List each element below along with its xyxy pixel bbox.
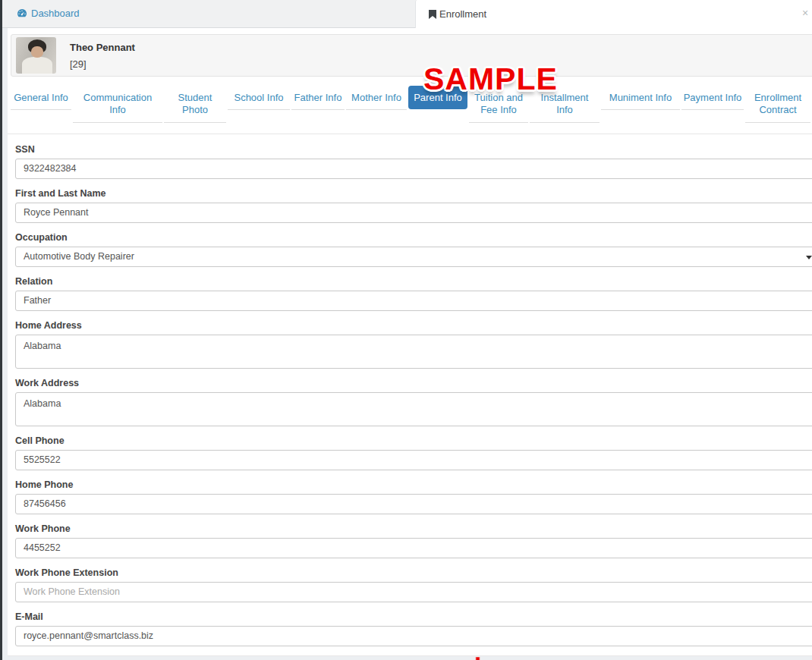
enrollment-tab-label: Enrollment — [439, 8, 486, 20]
cell-phone-label: Cell Phone — [15, 435, 812, 446]
work-phone-label: Work Phone — [15, 523, 812, 534]
occupation-label: Occupation — [15, 232, 812, 243]
email-field[interactable] — [15, 626, 812, 646]
home-phone-label: Home Phone — [15, 479, 812, 490]
tab-mother-info[interactable]: Mother Info — [346, 86, 407, 110]
caret-down-icon — [806, 256, 812, 259]
tab-father-info[interactable]: Father Info — [291, 86, 345, 110]
first-last-name-label: First and Last Name — [15, 188, 812, 199]
occupation-select[interactable]: Automotive Body Repairer — [15, 247, 812, 267]
tab-enrollment-contract[interactable]: Enrollment Contract — [745, 86, 810, 123]
tab-general-info[interactable]: General Info — [11, 86, 71, 110]
email-label: E-Mail — [15, 611, 812, 622]
form-footer: Fetch from Mother Info Fetch from Father… — [8, 655, 812, 660]
red-pointer-arrow — [471, 657, 484, 660]
tab-payment-info[interactable]: Payment Info — [681, 86, 744, 110]
collapsed-sidebar — [0, 0, 2, 660]
student-name: Theo Pennant — [70, 42, 135, 53]
ssn-label: SSN — [15, 144, 812, 155]
cell-phone-field[interactable] — [15, 450, 812, 470]
parent-info-form: SSN First and Last Name Occupation Autom… — [8, 134, 812, 646]
student-id: [29] — [70, 58, 135, 70]
work-address-label: Work Address — [15, 378, 812, 388]
enrollment-tab[interactable]: Enrollment × — [415, 0, 812, 28]
tab-muniment-info[interactable]: Muniment Info — [601, 86, 680, 110]
dashboard-gauge-icon — [17, 8, 27, 18]
occupation-selected-value: Automotive Body Repairer — [24, 251, 134, 262]
work-phone-field[interactable] — [15, 538, 812, 558]
bookmark-icon — [429, 10, 436, 19]
home-address-label: Home Address — [15, 320, 812, 331]
tab-school-info[interactable]: School Info — [228, 86, 290, 110]
work-address-field[interactable]: Alabama — [15, 392, 812, 426]
work-phone-extension-label: Work Phone Extension — [15, 567, 812, 578]
first-last-name-field[interactable] — [15, 203, 812, 223]
student-header-card: Theo Pennant [29] — [11, 34, 812, 77]
dashboard-label: Dashboard — [31, 8, 80, 19]
student-photo — [16, 37, 56, 74]
ssn-field[interactable] — [15, 159, 812, 179]
relation-field[interactable] — [15, 291, 812, 311]
tab-communication-info[interactable]: Communication Info — [73, 86, 162, 123]
section-tabs: General Info Communication Info Student … — [11, 86, 812, 123]
sample-watermark: SAMPLE — [423, 61, 558, 97]
home-phone-field[interactable] — [15, 494, 812, 514]
enrollment-panel: Theo Pennant [29] SAMPLE General Info Co… — [8, 28, 812, 656]
relation-label: Relation — [15, 276, 812, 287]
dashboard-link[interactable]: Dashboard — [17, 8, 80, 19]
work-phone-extension-field[interactable] — [15, 582, 812, 602]
tab-student-photo[interactable]: Student Photo — [164, 86, 226, 123]
home-address-field[interactable]: Alabama — [15, 335, 812, 369]
close-tab-icon[interactable]: × — [802, 7, 811, 19]
top-tab-bar: Dashboard Enrollment × — [2, 0, 812, 28]
